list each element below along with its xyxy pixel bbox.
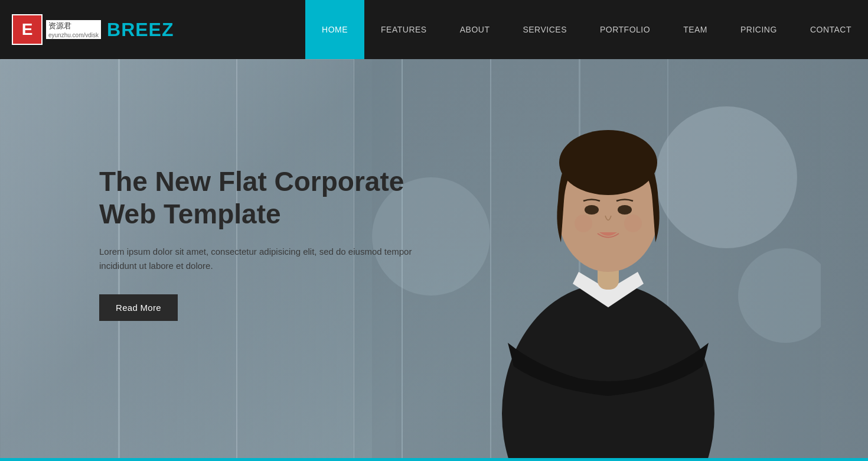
nav-item-team[interactable]: TEAM — [667, 0, 724, 59]
svg-point-15 — [624, 215, 642, 232]
hero-description: Lorem ipsum dolor sit amet, consectetur … — [99, 245, 430, 273]
hero-title: The New Flat Corporate Web Template — [99, 165, 430, 230]
bottom-accent-bar — [0, 458, 868, 461]
svg-point-14 — [575, 215, 592, 232]
nav-item-services[interactable]: SERVICES — [506, 0, 583, 59]
logo-chinese: 资源君 — [46, 20, 101, 32]
logo-letter: E — [22, 20, 33, 39]
logo-brand-part1: BREE — [107, 19, 162, 40]
hero-person-illustration — [372, 59, 821, 461]
hero-content: The New Flat Corporate Web Template Lore… — [99, 165, 430, 321]
logo[interactable]: E 资源君 eyunzhu.com/vdisk BREEZ — [12, 14, 174, 45]
nav-item-features[interactable]: FEATURES — [364, 0, 443, 59]
logo-brand-part2: Z — [162, 19, 174, 40]
nav-item-home[interactable]: HOME — [305, 0, 364, 59]
hero-section: The New Flat Corporate Web Template Lore… — [0, 59, 868, 461]
nav-item-portfolio[interactable]: PORTFOLIO — [583, 0, 667, 59]
logo-url: eyunzhu.com/vdisk — [46, 31, 101, 39]
read-more-button[interactable]: Read More — [99, 294, 178, 321]
svg-rect-2 — [490, 59, 491, 461]
nav-item-about[interactable]: ABOUT — [443, 0, 507, 59]
logo-text-block: 资源君 eyunzhu.com/vdisk — [46, 20, 101, 40]
logo-badge: E — [12, 14, 43, 45]
svg-point-5 — [655, 106, 797, 248]
nav-item-pricing[interactable]: PRICING — [724, 0, 794, 59]
svg-point-11 — [559, 130, 657, 195]
nav-item-contact[interactable]: CONTACT — [794, 0, 868, 59]
navbar: E 资源君 eyunzhu.com/vdisk BREEZ HOME FEATU… — [0, 0, 868, 59]
svg-point-13 — [618, 205, 632, 215]
svg-point-12 — [585, 205, 599, 215]
logo-brand: BREEZ — [107, 19, 174, 41]
nav-links: HOME FEATURES ABOUT SERVICES PORTFOLIO T… — [305, 0, 868, 59]
